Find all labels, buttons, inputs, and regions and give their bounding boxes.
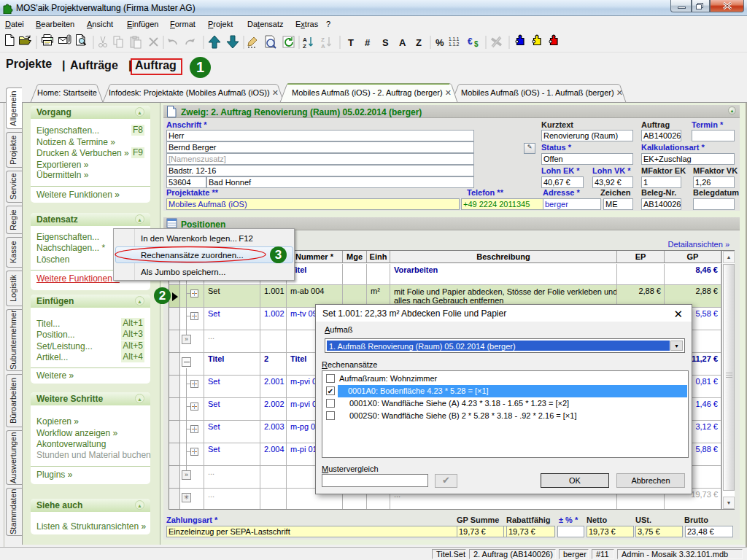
svg-text:Z: Z bbox=[321, 36, 325, 43]
svg-text:A: A bbox=[321, 43, 325, 50]
svg-text:A: A bbox=[399, 37, 406, 48]
svg-text:€: € bbox=[468, 36, 473, 47]
svg-text:T: T bbox=[348, 37, 354, 48]
svg-text:S: S bbox=[382, 37, 389, 48]
svg-text:%: % bbox=[436, 37, 444, 48]
svg-text:1.1.2: 1.1.2 bbox=[449, 42, 460, 47]
svg-text:#: # bbox=[365, 37, 371, 48]
svg-text:Z: Z bbox=[303, 43, 306, 50]
svg-text:1.1.1: 1.1.1 bbox=[449, 36, 460, 42]
svg-text:A: A bbox=[303, 36, 307, 43]
svg-text:Z: Z bbox=[416, 37, 422, 48]
svg-text:$: $ bbox=[474, 40, 479, 48]
